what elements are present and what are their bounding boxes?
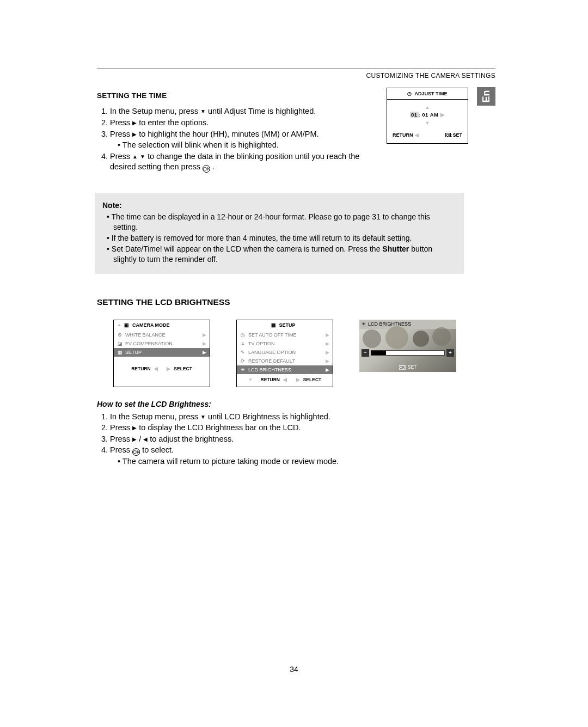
menu-item: ◷SET AUTO OFF TIME▶ — [237, 331, 333, 339]
text: / — [139, 435, 143, 443]
note-box: Note: The time can be displayed in a 12-… — [95, 193, 464, 273]
brightness-track — [371, 350, 445, 356]
menu-item: ⟳RESTORE DEFAULT▶ — [237, 357, 333, 365]
howto-title: How to set the LCD Brightness: — [97, 399, 495, 410]
select-label: SELECT — [174, 366, 192, 372]
camera-icon: ▣ — [124, 322, 130, 328]
text: . — [212, 162, 215, 171]
note-item: The time can be displayed in a 12-hour o… — [107, 212, 456, 233]
setup-icon: ▦ — [271, 322, 276, 328]
breadcrumb: CUSTOMIZING THE CAMERA SETTINGS — [97, 71, 495, 80]
text: until Adjust Time is highlighted. — [208, 107, 316, 115]
lcd-time-value: 01: 01 AM ▶ — [387, 111, 468, 120]
lcd-title: ADJUST TIME — [414, 90, 447, 97]
ok-icon: OK — [132, 448, 140, 456]
language-icon: ✎ — [240, 349, 246, 356]
text: Press — [110, 435, 132, 443]
restore-icon: ⟳ — [240, 358, 246, 364]
ok-square-icon: OK — [399, 365, 406, 370]
text: to adjust the brightness. — [150, 435, 234, 443]
note-title: Note: — [102, 200, 456, 211]
lcd-adjust-time: ◷ ADJUST TIME ▲ 01: 01 AM ▶ ▼ RETURN ◀ O… — [387, 88, 468, 143]
section-heading-time: SETTING THE TIME — [97, 91, 375, 101]
note-item: If the battery is removed for more than … — [107, 233, 456, 243]
lcd-brightness-preview: ☀ LCD BRIGHTNESS − + OK SET — [359, 320, 456, 372]
text: to change the data in the blinking posit… — [110, 152, 359, 172]
menu-item: ✎LANGUAGE OPTION▶ — [237, 348, 333, 357]
tv-icon: ≡ — [240, 340, 246, 347]
text: to display the LCD Brightness bar on the… — [139, 423, 301, 432]
menu-item: ◪EV COMPENSATION▶ — [114, 339, 210, 348]
up-triangle-icon: ▲ — [387, 104, 468, 111]
text: Press — [110, 445, 132, 454]
select-label: SELECT — [303, 377, 322, 383]
text: Press — [110, 130, 132, 138]
menu-item-selected: ☀LCD BRIGHTNESS▶ — [237, 365, 333, 374]
set-label: SET — [452, 132, 462, 138]
menu-item-selected: ▦SETUP▶ — [114, 348, 210, 357]
text: to select. — [142, 445, 174, 454]
shutter-bold: Shutter — [382, 245, 409, 253]
white-balance-icon: ⚙ — [117, 332, 122, 338]
hour-field: 01 — [410, 112, 419, 118]
return-label: RETURN — [131, 366, 150, 372]
text: to highlight the hour (HH), minutes (MM)… — [139, 130, 318, 138]
minus-button: − — [362, 349, 369, 357]
time-rest: : 01 AM — [419, 112, 439, 118]
note-item: Set Date/Time! will appear on the LCD wh… — [107, 244, 456, 265]
ok-icon: OK — [203, 165, 210, 173]
return-label: RETURN — [261, 377, 280, 383]
text: to enter the options. — [139, 118, 209, 127]
plus-button: + — [446, 349, 454, 357]
ev-icon: ◪ — [117, 340, 122, 347]
setup-menu: ▦ SETUP ◷SET AUTO OFF TIME▶ ≡TV OPTION▶ … — [236, 320, 333, 387]
text: In the Setup menu, press — [110, 412, 200, 421]
brightness-icon: ☀ — [362, 321, 366, 327]
text: Press — [110, 423, 132, 432]
text: Set Date/Time! will appear on the LCD wh… — [112, 245, 383, 253]
up-triangle-icon: ▲ — [117, 322, 121, 328]
down-triangle-icon: ▼ — [200, 108, 206, 114]
ok-square-icon: OK — [445, 133, 451, 137]
language-tab: En — [477, 87, 495, 106]
page-number: 34 — [0, 664, 588, 675]
sub-bullet: The camera will return to picture taking… — [118, 456, 495, 467]
text: In the Setup menu, press — [110, 107, 200, 115]
right-triangle-icon: ▶ — [132, 436, 137, 442]
menu-item: ≡TV OPTION▶ — [237, 339, 333, 348]
brightness-icon: ☀ — [240, 366, 246, 373]
text: until LCD Brightness is highlighted. — [208, 412, 330, 421]
text: Press — [110, 118, 132, 127]
right-triangle-icon: ▶ — [132, 425, 137, 431]
left-triangle-icon: ◀ — [143, 436, 148, 442]
down-triangle-icon: ▼ — [387, 120, 468, 126]
down-triangle-icon: ▼ — [140, 154, 145, 160]
menu-title: CAMERA MODE — [132, 322, 170, 328]
return-label: RETURN — [393, 132, 413, 138]
text: Press — [110, 152, 132, 161]
right-triangle-icon: ▶ — [132, 120, 137, 126]
sub-bullet: The selection will blink when it is high… — [118, 140, 375, 151]
right-triangle-icon: ▶ — [132, 131, 137, 137]
menu-item: ⚙WHITE BALANCE▶ — [114, 331, 210, 339]
time-steps: In the Setup menu, press ▼ until Adjust … — [110, 106, 375, 173]
clock-icon: ◷ — [407, 90, 412, 97]
camera-mode-menu: ▲ ▣ CAMERA MODE ⚙WHITE BALANCE▶ ◪EV COMP… — [113, 320, 210, 387]
up-triangle-icon: ▲ — [132, 154, 138, 160]
section-heading-lcd: SETTING THE LCD BRIGHTNESS — [97, 297, 495, 308]
set-label: SET — [408, 364, 417, 370]
lcd-steps: In the Setup menu, press ▼ until LCD Bri… — [110, 412, 495, 467]
menu-title: SETUP — [279, 322, 295, 328]
preview-title: LCD BRIGHTNESS — [368, 321, 411, 327]
setup-icon: ▦ — [117, 349, 122, 356]
down-triangle-icon: ▼ — [200, 414, 206, 420]
clock-icon: ◷ — [240, 332, 246, 338]
